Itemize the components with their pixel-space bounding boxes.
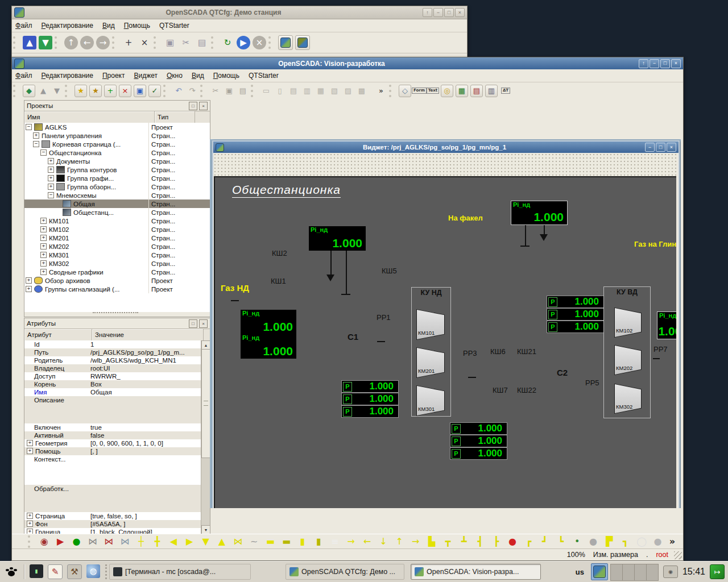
pressure-display[interactable]: Pi_нд1.000	[309, 226, 366, 251]
paste-icon[interactable]: ▤	[237, 85, 249, 97]
desktop-menu-icon[interactable]	[8, 571, 15, 576]
pipe-h-icon[interactable]: ▬	[264, 535, 276, 548]
text-element-icon[interactable]: Text	[427, 85, 439, 97]
oval-outline-icon[interactable]: ◯	[635, 535, 648, 548]
maximize-window-icon[interactable]: □	[656, 143, 665, 152]
minimize-window-icon[interactable]: −	[645, 143, 655, 152]
task-qtcfg[interactable]: OpenSCADA QTCfg: Демо ...	[286, 564, 404, 580]
workspace-cell[interactable]	[610, 564, 623, 581]
pressure-group[interactable]: P1.000P1.000P1.000	[341, 380, 399, 418]
screenshot-tray-icon[interactable]: ◉	[663, 566, 678, 578]
float-panel-icon[interactable]: □	[189, 102, 197, 110]
float-panel-icon[interactable]: □	[189, 319, 197, 328]
close-window-icon[interactable]: ×	[455, 8, 465, 17]
menu-help[interactable]: Помощь	[124, 22, 150, 30]
align-hcenter-icon[interactable]: ▨	[342, 85, 354, 97]
terminal-launcher-icon[interactable]: ▮	[30, 564, 43, 578]
tree-row[interactable]: Общестанц...Стран...	[24, 208, 210, 217]
valve-alarm-icon[interactable]: ⋈	[102, 535, 115, 548]
point-icon[interactable]: •	[570, 535, 583, 548]
oval-gray-icon[interactable]: ●	[651, 535, 664, 548]
pressure-row[interactable]: P1.000	[547, 308, 604, 321]
attributes-scrollbar[interactable]: ▲ ▼	[201, 340, 210, 534]
pressure-row[interactable]: P1.000	[341, 405, 399, 418]
play-icon[interactable]: ▶	[54, 535, 67, 548]
widget-lower-icon[interactable]: ▭	[260, 85, 272, 97]
arrow-left-icon[interactable]: ←	[361, 535, 373, 548]
note-yellow-icon[interactable]: ▛	[603, 535, 615, 548]
tree-row[interactable]: +Панели управленияСтран...	[24, 131, 210, 140]
compressor-icon[interactable]: КМ302	[614, 384, 642, 414]
pressure-row[interactable]: P1.000	[450, 447, 507, 460]
maximize-window-icon[interactable]: □	[660, 59, 670, 68]
expand-icon[interactable]: +	[40, 252, 47, 258]
openscada-tray-icon[interactable]	[591, 563, 608, 580]
tree-row[interactable]: +КМ202Стран...	[24, 242, 210, 251]
tree-row[interactable]: +Группа контуровСтран...	[24, 165, 210, 174]
flag-icon[interactable]: ▙	[425, 535, 438, 548]
compressor-box[interactable]: КУ ВДКМ102КМ202КМ302	[603, 286, 651, 418]
menu-view[interactable]: Вид	[192, 72, 204, 80]
compressor-icon[interactable]: КМ202	[614, 345, 642, 375]
tree-row[interactable]: −ОбщестанционкаСтран...	[24, 148, 210, 157]
menu-edit[interactable]: Редактирование	[42, 22, 93, 30]
refresh-button[interactable]: ↻	[221, 36, 234, 49]
add-item-button[interactable]: +	[122, 36, 135, 49]
pressure-row[interactable]: P1.000	[450, 435, 507, 447]
scroll-up-icon[interactable]: ▲	[201, 340, 210, 350]
attribute-row[interactable]: Родитель/wlb_AGLKS/wdg_KCH_MN1	[24, 356, 201, 364]
menu-widget[interactable]: Виджет	[134, 72, 158, 80]
attribute-row[interactable]: Активныйfalse	[24, 431, 201, 439]
attribute-row[interactable]: +Фон[#5A5A5A, ]	[24, 520, 201, 528]
load-button[interactable]: ▲	[23, 36, 36, 49]
menu-file[interactable]: Файл	[15, 22, 32, 30]
collapse-icon[interactable]: −	[40, 149, 47, 156]
pipe-lines-icon[interactable]: ≡	[329, 535, 341, 548]
pressure-display[interactable]: Pi_нд1.000	[241, 310, 296, 334]
attribute-value[interactable]: false	[89, 431, 201, 439]
menu-window[interactable]: Окно	[167, 72, 183, 80]
arrow-right-icon[interactable]: →	[345, 535, 357, 548]
expand-icon[interactable]: +	[48, 167, 54, 173]
widget-window-titlebar[interactable]: Виджет: /prj_AGLKS/pg_so/pg_1/pg_mn/pg_1…	[213, 142, 679, 153]
corner-br-icon[interactable]: ┛	[539, 535, 551, 548]
start-button[interactable]: ▶	[237, 36, 250, 49]
cut-icon[interactable]: ✂	[210, 85, 221, 97]
tree-row[interactable]: +Группа обзорн...Стран...	[24, 182, 210, 191]
workspace-pager[interactable]	[610, 564, 659, 580]
corner-tl-icon[interactable]: ┏	[522, 535, 535, 548]
indicator-icon[interactable]: ◉	[38, 535, 51, 548]
attribute-row[interactable]: +Страница[true, false, so, ]	[24, 512, 201, 520]
pressure-row[interactable]: P1.000	[341, 380, 399, 393]
save-button[interactable]: ▼	[39, 36, 52, 49]
tree-row[interactable]: −МнемосхемыСтран...	[24, 191, 210, 199]
state-green-icon[interactable]: ●	[70, 535, 82, 548]
sphere-icon[interactable]: ●	[587, 535, 599, 548]
arrow-up-icon[interactable]: ↑	[393, 535, 406, 548]
expand-icon[interactable]: +	[27, 521, 33, 527]
pressure-row[interactable]: P1.000	[547, 321, 604, 333]
expand-icon[interactable]: +	[40, 260, 47, 267]
maximize-window-icon[interactable]: □	[444, 8, 454, 17]
cone-up-icon[interactable]: ▲	[216, 535, 228, 548]
attribute-row[interactable]: Описание	[24, 396, 201, 423]
compressor-icon[interactable]: КМ102	[614, 307, 642, 338]
qtstarter-vision-icon[interactable]	[295, 35, 310, 50]
align-bottom-icon[interactable]: ▧	[329, 85, 340, 97]
widget-canvas[interactable]: ОбщестанционкаГаз НДНа факелГаз на Глинс…	[213, 153, 676, 508]
compressor-icon[interactable]: КМ301	[416, 385, 445, 416]
wave-icon[interactable]: ~	[248, 535, 260, 548]
delete-item-button[interactable]: ×	[138, 36, 151, 49]
palette-more-icon[interactable]: »	[666, 535, 679, 548]
attribute-row[interactable]: ДоступRWRWR_	[24, 372, 201, 380]
align-top-icon[interactable]: ▦	[315, 85, 326, 97]
expand-icon[interactable]: +	[26, 277, 32, 284]
attribute-row[interactable]: Включенtrue	[24, 423, 201, 431]
copy-item-button[interactable]: ▣	[163, 36, 177, 49]
tree-row[interactable]: −AGLKSПроект	[24, 123, 210, 131]
expand-icon[interactable]: +	[48, 175, 54, 181]
attribute-row[interactable]: КореньBox	[24, 380, 201, 388]
tools-launcher-icon[interactable]: ⚒	[67, 564, 82, 579]
align-left-icon[interactable]: ▤	[288, 85, 299, 97]
pressure-row[interactable]: P1.000	[341, 393, 399, 405]
